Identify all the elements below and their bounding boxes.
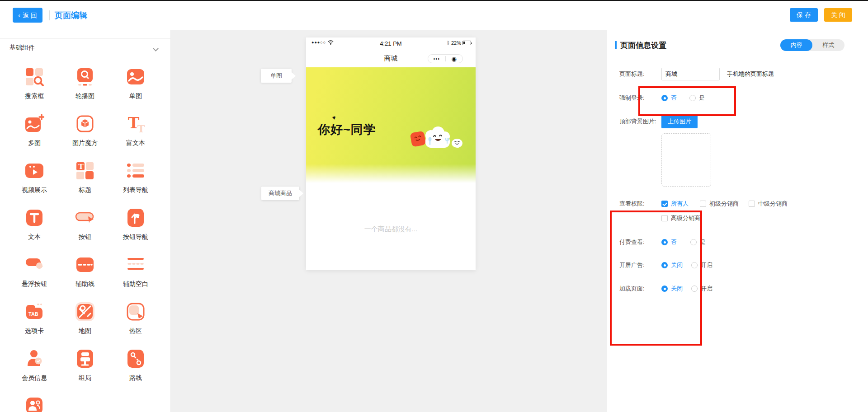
radio-label-no[interactable]: 否 [671, 238, 677, 246]
panel-title: 页面信息设置 [620, 40, 666, 51]
checkbox-junior-distributor[interactable] [700, 201, 706, 207]
component-single-image[interactable]: 单图 [110, 67, 161, 114]
field-label: 顶部背景图片: [619, 117, 661, 126]
radio-force-login-no[interactable] [661, 95, 668, 101]
bluetooth-icon: ᛒ [447, 40, 450, 46]
guide-line-icon [75, 255, 95, 275]
radio-label-off[interactable]: 关闭 [671, 285, 683, 293]
component-rich-text[interactable]: TT 富文本 [110, 114, 161, 161]
component-sidebar: 基础组件 搜索框 轮播图 单图 多图 图片魔方 TT 富文本 视频展示 [0, 30, 171, 412]
radio-label-no[interactable]: 否 [671, 94, 677, 102]
upload-image-button[interactable]: 上传图片 [661, 114, 698, 128]
route-icon [126, 349, 146, 369]
radio-label-off[interactable]: 关闭 [671, 261, 683, 269]
component-route[interactable]: 路线 [110, 349, 161, 396]
radio-label-yes[interactable]: 是 [700, 238, 706, 246]
checkbox-label-senior[interactable]: 高级分销商 [671, 214, 700, 222]
page-title-hint: 手机端的页面标题 [727, 70, 774, 78]
save-button[interactable]: 保 存 [790, 8, 818, 22]
annotation-rect-settings [610, 211, 702, 346]
button-nav-icon [126, 208, 146, 228]
back-arrow-icon: ‹ [18, 11, 20, 19]
component-image-cube[interactable]: 图片魔方 [60, 114, 110, 161]
radio-label-on[interactable]: 开启 [701, 261, 712, 269]
checkbox-everyone[interactable] [661, 201, 668, 207]
page-settings-panel: 页面信息设置 内容 样式 页面标题: 手机端的页面标题 强制登录: 否 是 顶部… [607, 30, 868, 412]
member-info-icon [24, 349, 44, 369]
single-image-component[interactable]: ♥ 你好~同学 [306, 67, 476, 183]
section-title-basic-components: 基础组件 [9, 44, 35, 52]
component-carousel[interactable]: 轮播图 [60, 67, 110, 114]
component-floating-button[interactable]: 悬浮按钮 [9, 255, 60, 302]
empty-goods-text: 一个商品都没有... [306, 225, 476, 234]
component-spacer[interactable]: 辅助空白 [110, 255, 161, 302]
chevron-down-icon[interactable] [153, 46, 159, 52]
radio-label-yes[interactable]: 是 [699, 94, 705, 102]
back-button[interactable]: ‹返 回 [13, 8, 42, 23]
close-button[interactable]: 关 闭 [824, 8, 852, 22]
title-divider [49, 10, 50, 20]
component-tag-single-image[interactable]: 单图 [261, 69, 292, 83]
checkbox-senior-distributor[interactable] [661, 215, 668, 221]
topbar: ‹返 回 页面编辑 保 存 关 闭 [0, 1, 868, 30]
checkbox-label-everyone[interactable]: 所有人 [671, 200, 689, 208]
tabs-icon: TAB [24, 302, 44, 322]
heart-accent: ♥ [332, 114, 337, 121]
radio-loading-on[interactable] [691, 286, 698, 292]
field-label: 查看权限: [619, 200, 661, 208]
component-tag-mall-goods[interactable]: 商城商品 [261, 187, 299, 200]
checkbox-label-junior[interactable]: 初级分销商 [709, 200, 739, 208]
page-title-input[interactable] [661, 68, 720, 80]
component-member-info[interactable]: 会员信息 [9, 349, 60, 396]
miniprogram-capsule: ••• ◉ [428, 54, 463, 63]
component-multi-image[interactable]: 多图 [9, 114, 60, 161]
radio-paid-view-no[interactable] [661, 239, 668, 245]
radio-splash-on[interactable] [691, 262, 698, 268]
upload-dropzone[interactable] [661, 133, 711, 187]
component-tabs[interactable]: TAB 选项卡 [9, 302, 60, 349]
spacer-icon [126, 255, 146, 275]
editor-canvas: ●●●○○ 4:21 PM ᛒ 22% 商城 ••• ◉ ♥ 你好~同学 [171, 30, 607, 412]
component-text[interactable]: 文本 [9, 208, 60, 255]
battery-percent: 22% [451, 40, 461, 46]
component-grid: 搜索框 轮播图 单图 多图 图片魔方 TT 富文本 视频展示 T 标题 [9, 67, 162, 412]
component-list-nav[interactable]: 列表导航 [110, 161, 161, 208]
row-splash-ad: 开屏广告: 关闭 开启 [619, 261, 712, 269]
checkbox-label-mid[interactable]: 中级分销商 [758, 200, 788, 208]
rich-text-icon: TT [126, 114, 146, 134]
component-hotspot[interactable]: 热区 [110, 302, 161, 349]
component-guide-line[interactable]: 辅助线 [60, 255, 110, 302]
radio-splash-off[interactable] [661, 262, 668, 268]
component-search-box[interactable]: 搜索框 [9, 67, 60, 114]
capsule-close-icon[interactable]: ◉ [446, 55, 463, 63]
component-button[interactable]: 按钮 [60, 208, 110, 255]
radio-label-on[interactable]: 开启 [701, 285, 712, 293]
panel-title-accent [615, 41, 617, 49]
sidebar-divider [0, 38, 170, 39]
group-icon [75, 349, 95, 369]
component-video-display[interactable]: 视频展示 [9, 161, 60, 208]
component-group[interactable]: 组局 [60, 349, 110, 396]
component-partial-bottom[interactable] [9, 396, 60, 412]
tab-style[interactable]: 样式 [812, 39, 844, 51]
component-map[interactable]: 地图 [60, 302, 110, 349]
mascot-illustration [409, 125, 463, 148]
radio-loading-off[interactable] [661, 286, 668, 292]
mall-goods-component[interactable]: 一个商品都没有... [306, 183, 476, 270]
button-icon [75, 208, 95, 228]
component-button-nav[interactable]: 按钮导航 [110, 208, 161, 255]
capsule-menu-icon[interactable]: ••• [428, 55, 445, 63]
radio-paid-view-yes[interactable] [690, 239, 697, 245]
component-heading[interactable]: T 标题 [60, 161, 110, 208]
field-label: 加载页面: [619, 285, 661, 293]
map-icon [75, 302, 95, 322]
checkbox-mid-distributor[interactable] [749, 201, 755, 207]
content-style-toggle: 内容 样式 [780, 39, 844, 51]
radio-force-login-yes[interactable] [689, 95, 696, 101]
phone-nav-bar: 商城 ••• ◉ [306, 50, 476, 67]
row-page-title: 页面标题: 手机端的页面标题 [619, 68, 774, 80]
tab-content[interactable]: 内容 [780, 39, 812, 51]
field-label: 强制登录: [619, 94, 661, 102]
text-icon [24, 208, 44, 228]
row-loading-page: 加载页面: 关闭 开启 [619, 285, 712, 293]
